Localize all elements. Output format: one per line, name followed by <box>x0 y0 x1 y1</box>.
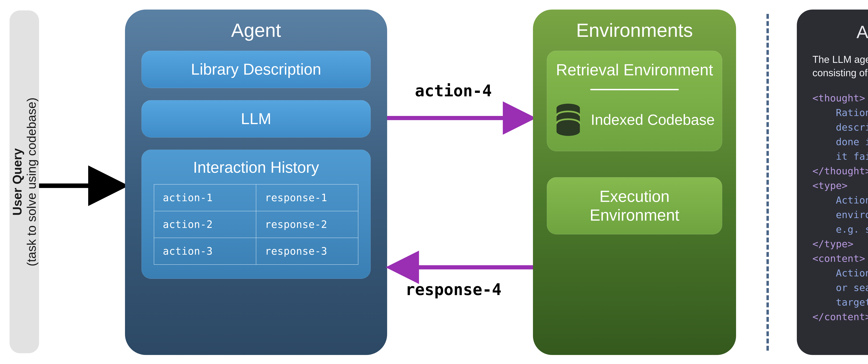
database-icon <box>554 102 582 137</box>
user-query-pill: User Query (task to solve using codebase… <box>9 10 39 353</box>
divider-line <box>590 89 679 90</box>
arrow-response <box>387 257 535 278</box>
indexed-codebase-label: Indexed Codebase <box>591 111 715 128</box>
table-row: action-2 response-2 <box>154 211 358 238</box>
retrieval-label: Retrieval Environment <box>554 60 715 79</box>
execution-environment-block: Execution Environment <box>547 177 722 234</box>
user-query-text: User Query (task to solve using codebase… <box>10 97 38 266</box>
anatomy-panel: Anatomy of action The LLM agent produces… <box>797 9 868 355</box>
response-arrow-label: response-4 <box>405 280 501 299</box>
user-query-subtitle: (task to solve using codebase) <box>24 97 38 266</box>
history-action: action-2 <box>154 211 256 238</box>
environments-title: Environments <box>547 19 722 41</box>
indexed-codebase-text: Indexed Codebase <box>591 112 715 128</box>
environments-panel: Environments Retrieval Environment Index… <box>533 9 736 355</box>
indexed-codebase-row: Indexed Codebase <box>554 102 715 137</box>
history-response: response-3 <box>256 238 358 264</box>
vertical-divider <box>767 14 769 351</box>
anatomy-title-prefix: Anatomy of <box>857 22 868 42</box>
history-action: action-3 <box>154 238 256 264</box>
interaction-history-title: Interaction History <box>154 158 358 176</box>
history-response: response-2 <box>256 211 358 238</box>
history-table: action-1 response-1 action-2 response-2 … <box>154 184 358 265</box>
history-response: response-1 <box>256 184 358 211</box>
interaction-history-block: Interaction History action-1 response-1 … <box>142 150 371 279</box>
execution-label: Execution Environment <box>554 187 715 224</box>
action-arrow-label: action-4 <box>415 82 492 100</box>
arrow-query-to-agent <box>39 175 126 196</box>
user-query-title: User Query <box>10 97 24 266</box>
agent-title: Agent <box>142 19 371 41</box>
svg-point-6 <box>557 127 580 136</box>
table-row: action-3 response-3 <box>154 238 358 264</box>
anatomy-code: <thought> Rationale behind the action in… <box>812 91 868 324</box>
table-row: action-1 response-1 <box>154 184 358 211</box>
retrieval-environment-block: Retrieval Environment Indexed Codebase <box>547 51 722 151</box>
agent-panel: Agent Library Description LLM Interactio… <box>125 9 387 355</box>
anatomy-intro: The LLM agent produces YAML formatted ac… <box>812 53 868 80</box>
library-description-block: Library Description <box>142 51 371 88</box>
arrow-action <box>387 108 535 128</box>
llm-block: LLM <box>142 100 371 138</box>
history-action: action-1 <box>154 184 256 211</box>
anatomy-title: Anatomy of action <box>812 22 868 42</box>
